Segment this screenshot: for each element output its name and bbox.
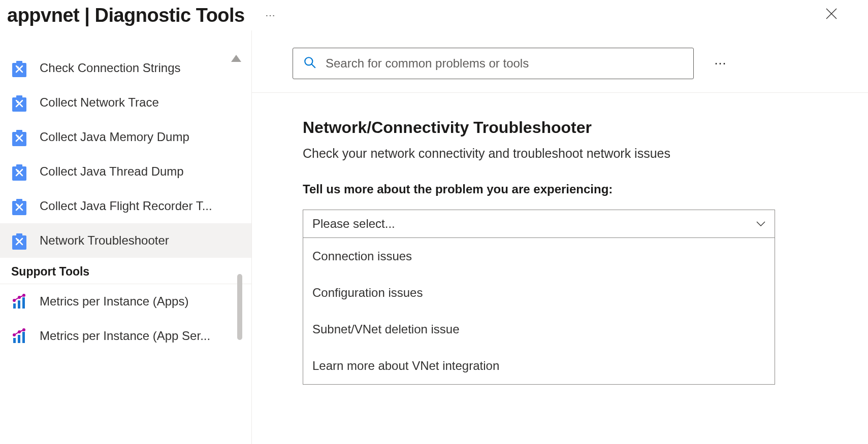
search-more-button[interactable]: ⋯ <box>709 51 733 76</box>
tool-icon <box>11 163 27 180</box>
svg-rect-9 <box>16 130 22 133</box>
sidebar-item-label: Network Troubleshooter <box>40 233 169 248</box>
svg-rect-2 <box>12 63 26 77</box>
sidebar-item-2[interactable]: Collect Java Memory Dump <box>0 120 251 154</box>
sidebar-item-label: Collect Java Memory Dump <box>40 130 189 144</box>
tool-icon <box>11 129 27 145</box>
search-input[interactable] <box>326 56 683 71</box>
problem-dropdown: Please select... Connection issuesConfig… <box>303 210 775 385</box>
dropdown-option-0[interactable]: Connection issues <box>303 238 775 275</box>
scroll-up-arrow-icon[interactable] <box>231 55 241 62</box>
svg-rect-27 <box>18 335 20 343</box>
content-prompt: Tell us more about the problem you are e… <box>303 182 817 196</box>
dropdown-list: Connection issuesConfiguration issuesSub… <box>303 238 775 385</box>
tool-icon <box>11 94 27 111</box>
svg-rect-22 <box>22 297 25 309</box>
svg-rect-8 <box>12 132 26 146</box>
sidebar: Check Connection StringsCollect Network … <box>0 30 251 444</box>
page-header: appvnet | Diagnostic Tools ⋯ <box>0 0 868 30</box>
dropdown-option-1[interactable]: Configuration issues <box>303 275 775 311</box>
sidebar-item-label: Metrics per Instance (Apps) <box>40 294 188 309</box>
chevron-down-icon <box>756 221 765 226</box>
header-more-icon[interactable]: ⋯ <box>265 9 276 21</box>
scrollbar[interactable] <box>237 81 243 436</box>
svg-rect-14 <box>12 201 26 215</box>
sidebar-item-label: Metrics per Instance (App Ser... <box>40 329 210 343</box>
close-icon <box>825 8 838 20</box>
sidebar-item-3[interactable]: Collect Java Thread Dump <box>0 154 251 189</box>
svg-point-19 <box>17 239 19 241</box>
sidebar-item-label: Collect Network Trace <box>40 95 159 110</box>
sidebar-section-header: Support Tools <box>0 258 251 284</box>
svg-rect-26 <box>13 338 16 343</box>
tool-icon <box>11 198 27 214</box>
svg-rect-20 <box>13 303 16 309</box>
sidebar-item-0[interactable]: Check Connection Strings <box>0 51 251 85</box>
support-item-0[interactable]: Metrics per Instance (Apps) <box>0 284 251 319</box>
svg-rect-12 <box>16 164 22 167</box>
search-box[interactable] <box>293 48 694 79</box>
svg-rect-18 <box>16 233 22 236</box>
svg-rect-21 <box>18 300 20 309</box>
tool-icon <box>11 232 27 249</box>
svg-point-13 <box>17 170 19 172</box>
svg-rect-3 <box>16 61 22 64</box>
close-button[interactable] <box>821 3 858 27</box>
svg-rect-5 <box>12 97 26 112</box>
svg-point-16 <box>17 204 19 207</box>
metrics-icon <box>11 328 27 344</box>
tool-icon <box>11 60 27 76</box>
svg-rect-17 <box>12 235 26 250</box>
main-panel: ⋯ Network/Connectivity Troubleshooter Ch… <box>251 30 868 444</box>
dropdown-placeholder: Please select... <box>312 217 395 231</box>
svg-point-4 <box>17 66 19 69</box>
search-icon <box>303 56 316 71</box>
sidebar-item-label: Collect Java Flight Recorder T... <box>40 199 212 213</box>
svg-point-10 <box>17 135 19 138</box>
svg-rect-6 <box>16 95 22 98</box>
svg-rect-15 <box>16 199 22 202</box>
scrollbar-thumb[interactable] <box>237 274 242 340</box>
sidebar-item-4[interactable]: Collect Java Flight Recorder T... <box>0 189 251 223</box>
sidebar-item-label: Collect Java Thread Dump <box>40 164 184 179</box>
svg-point-7 <box>17 101 19 103</box>
page-title: appvnet | Diagnostic Tools <box>7 5 245 26</box>
svg-rect-11 <box>12 166 26 181</box>
content-heading: Network/Connectivity Troubleshooter <box>303 118 817 137</box>
svg-point-32 <box>305 57 312 65</box>
sidebar-item-1[interactable]: Collect Network Trace <box>0 85 251 120</box>
sidebar-item-5[interactable]: Network Troubleshooter <box>0 223 251 258</box>
dropdown-option-3[interactable]: Learn more about VNet integration <box>303 348 775 384</box>
dropdown-control[interactable]: Please select... <box>303 210 775 238</box>
svg-rect-28 <box>22 332 25 343</box>
metrics-icon <box>11 293 27 310</box>
dropdown-option-2[interactable]: Subnet/VNet deletion issue <box>303 311 775 348</box>
search-row: ⋯ <box>252 30 868 93</box>
support-item-1[interactable]: Metrics per Instance (App Ser... <box>0 319 251 353</box>
content-description: Check your network connectivity and trou… <box>303 146 817 161</box>
sidebar-item-label: Check Connection Strings <box>40 61 180 75</box>
svg-line-33 <box>311 64 315 68</box>
content-area: Network/Connectivity Troubleshooter Chec… <box>252 93 868 385</box>
